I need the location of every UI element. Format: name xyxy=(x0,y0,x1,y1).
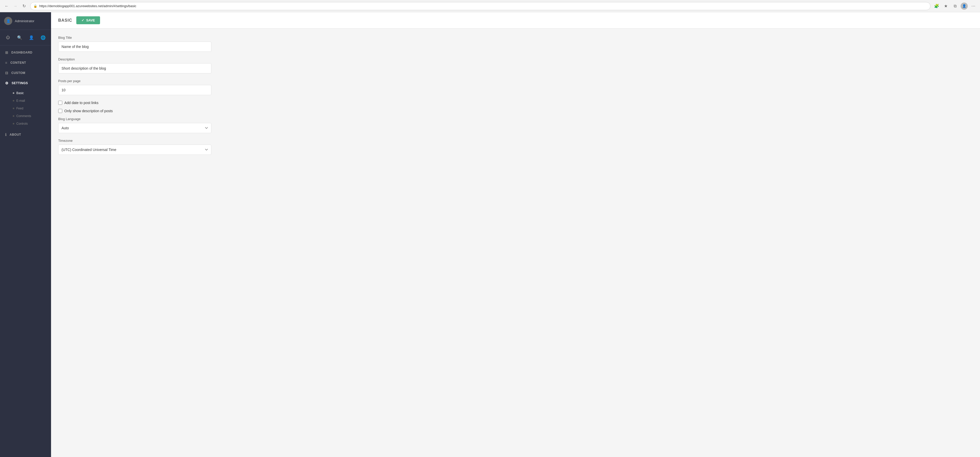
power-icon-button[interactable]: ⏻ xyxy=(3,33,13,42)
user-avatar: 👤 xyxy=(4,17,12,25)
favorites-button[interactable]: ★ xyxy=(942,3,950,10)
blog-title-input[interactable] xyxy=(58,41,211,52)
add-date-label[interactable]: Add date to post links xyxy=(64,101,99,105)
sidebar-item-settings-label: SETTINGS xyxy=(12,81,28,85)
only-show-desc-group: Only show description of posts xyxy=(58,109,211,113)
app-container: 👤 Administrator ⏻ 🔍 👤 🌐 ⊞ DASHBOARD ≡ CO… xyxy=(0,12,980,457)
content-icon: ≡ xyxy=(5,61,7,65)
sidebar-user: 👤 Administrator xyxy=(0,12,51,30)
posts-per-page-group: Posts per page xyxy=(58,79,211,95)
sidebar-nav: ⊞ DASHBOARD ≡ CONTENT ⊟ CUSTOM ⚙ SETTING… xyxy=(0,45,51,457)
timezone-label: Timezone xyxy=(58,139,211,143)
back-button[interactable]: ← xyxy=(3,3,10,10)
sub-dot-controls xyxy=(13,123,14,124)
browser-chrome: ← → ↻ 🔒 https://demoblogapp001.azurewebs… xyxy=(0,0,980,12)
reload-button[interactable]: ↻ xyxy=(21,3,27,10)
extensions-button[interactable]: 🧩 xyxy=(933,3,940,10)
sidebar-item-content[interactable]: ≡ CONTENT xyxy=(0,58,51,68)
blog-language-group: Blog Language Auto English French German… xyxy=(58,117,211,133)
description-group: Description xyxy=(58,57,211,73)
sidebar-sub-controls[interactable]: Controls xyxy=(0,120,51,127)
sidebar: 👤 Administrator ⏻ 🔍 👤 🌐 ⊞ DASHBOARD ≡ CO… xyxy=(0,12,51,457)
search-icon-button[interactable]: 🔍 xyxy=(15,33,24,42)
custom-icon: ⊟ xyxy=(5,71,8,75)
timezone-group: Timezone (UTC) Coordinated Universal Tim… xyxy=(58,139,211,155)
sub-dot-comments xyxy=(13,115,14,117)
only-show-desc-checkbox[interactable] xyxy=(58,109,62,113)
timezone-select[interactable]: (UTC) Coordinated Universal Time (UTC-05… xyxy=(58,144,211,155)
sub-email-label: E-mail xyxy=(16,99,25,103)
settings-icon: ⚙ xyxy=(5,81,9,85)
sidebar-icon-bar: ⏻ 🔍 👤 🌐 xyxy=(0,30,51,45)
save-label: SAVE xyxy=(86,18,95,22)
sub-dot-feed xyxy=(13,108,14,109)
sidebar-sub-email[interactable]: E-mail xyxy=(0,97,51,105)
sidebar-sub-comments[interactable]: Comments xyxy=(0,112,51,120)
sidebar-item-about-label: ABOUT xyxy=(10,133,21,136)
posts-per-page-label: Posts per page xyxy=(58,79,211,83)
dashboard-icon: ⊞ xyxy=(5,51,8,55)
sub-comments-label: Comments xyxy=(16,114,31,118)
page-title: BASIC xyxy=(58,18,72,23)
content-body: Blog Title Description Posts per page Ad… xyxy=(51,29,980,457)
more-button[interactable]: ⋯ xyxy=(970,3,977,10)
blog-title-label: Blog Title xyxy=(58,36,211,40)
sub-basic-label: Basic xyxy=(16,91,24,95)
sub-dot-basic xyxy=(13,92,14,94)
globe-icon-button[interactable]: 🌐 xyxy=(38,33,48,42)
sidebar-item-custom[interactable]: ⊟ CUSTOM xyxy=(0,68,51,78)
user-icon-button[interactable]: 👤 xyxy=(27,33,36,42)
sidebar-item-dashboard[interactable]: ⊞ DASHBOARD xyxy=(0,48,51,58)
address-bar[interactable]: 🔒 https://demoblogapp001.azurewebsites.n… xyxy=(30,2,931,10)
add-date-group: Add date to post links xyxy=(58,101,211,105)
only-show-desc-label[interactable]: Only show description of posts xyxy=(64,109,113,113)
posts-per-page-input[interactable] xyxy=(58,85,211,95)
sidebar-item-custom-label: CUSTOM xyxy=(11,71,25,75)
nav-buttons: ← → ↻ xyxy=(3,3,27,10)
profile-avatar[interactable]: 👤 xyxy=(961,3,968,10)
settings-form: Blog Title Description Posts per page Ad… xyxy=(58,36,211,155)
save-checkmark-icon: ✓ xyxy=(81,18,84,22)
sidebar-item-dashboard-label: DASHBOARD xyxy=(11,51,33,54)
sidebar-item-settings[interactable]: ⚙ SETTINGS xyxy=(0,78,51,88)
user-name: Administrator xyxy=(15,19,35,23)
url-text: https://demoblogapp001.azurewebsites.net… xyxy=(39,4,927,8)
collections-button[interactable]: ⧉ xyxy=(951,3,959,10)
content-header: BASIC ✓ SAVE xyxy=(51,12,980,29)
settings-submenu: Basic E-mail Feed Comments Controls xyxy=(0,88,51,130)
sub-feed-label: Feed xyxy=(16,106,23,110)
sub-controls-label: Controls xyxy=(16,122,28,125)
sidebar-sub-feed[interactable]: Feed xyxy=(0,105,51,112)
sidebar-sub-basic[interactable]: Basic xyxy=(0,89,51,97)
add-date-checkbox[interactable] xyxy=(58,101,62,105)
lock-icon: 🔒 xyxy=(33,4,37,8)
browser-actions: 🧩 ★ ⧉ 👤 ⋯ xyxy=(933,3,977,10)
sidebar-item-content-label: CONTENT xyxy=(11,61,26,65)
blog-title-group: Blog Title xyxy=(58,36,211,52)
blog-language-label: Blog Language xyxy=(58,117,211,121)
main-content: BASIC ✓ SAVE Blog Title Description xyxy=(51,12,980,457)
save-button[interactable]: ✓ SAVE xyxy=(76,16,100,24)
description-label: Description xyxy=(58,57,211,61)
forward-button[interactable]: → xyxy=(12,3,19,10)
sidebar-item-about[interactable]: ℹ ABOUT xyxy=(0,130,51,140)
description-input[interactable] xyxy=(58,63,211,73)
blog-language-select[interactable]: Auto English French German Spanish xyxy=(58,123,211,133)
about-icon: ℹ xyxy=(5,133,6,137)
sub-dot-email xyxy=(13,100,14,102)
